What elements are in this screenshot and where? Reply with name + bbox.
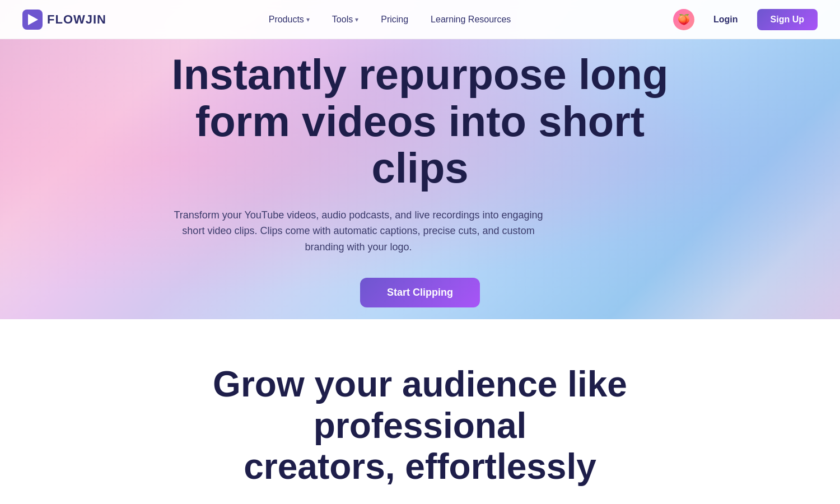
hero-subtitle: Transform your YouTube videos, audio pod… <box>168 207 549 255</box>
start-clipping-button[interactable]: Start Clipping <box>360 278 480 307</box>
tools-chevron-icon: ▾ <box>355 16 358 24</box>
hero-title: Instantly repurpose long form videos int… <box>168 51 672 192</box>
products-chevron-icon: ▾ <box>306 16 310 24</box>
grow-audience-section: Grow your audience like professional cre… <box>0 319 840 504</box>
nav-pricing[interactable]: Pricing <box>372 10 417 29</box>
logo-icon <box>22 10 43 30</box>
nav-right: 🍑 Login Sign Up <box>673 9 818 30</box>
nav-peach-icon[interactable]: 🍑 <box>673 9 694 30</box>
login-button[interactable]: Login <box>701 10 750 30</box>
nav-tools[interactable]: Tools ▾ <box>323 10 367 29</box>
navbar: FLOWJIN Products ▾ Tools ▾ Pricing Learn… <box>0 0 840 39</box>
grow-audience-title: Grow your audience like professional cre… <box>168 364 672 488</box>
hero-section: Instantly repurpose long form videos int… <box>0 0 840 319</box>
brand-name: FLOWJIN <box>47 12 106 27</box>
nav-learning-resources[interactable]: Learning Resources <box>422 10 520 29</box>
nav-links: Products ▾ Tools ▾ Pricing Learning Reso… <box>260 10 520 29</box>
signup-button[interactable]: Sign Up <box>757 9 818 30</box>
nav-products[interactable]: Products ▾ <box>260 10 319 29</box>
logo-link[interactable]: FLOWJIN <box>22 10 106 30</box>
hero-content: Instantly repurpose long form videos int… <box>168 51 672 307</box>
